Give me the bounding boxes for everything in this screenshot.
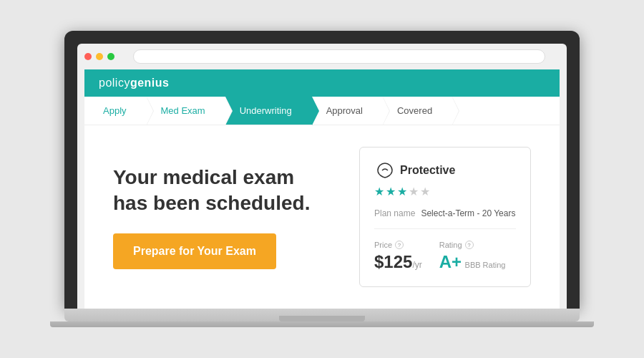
- rating-info-icon[interactable]: ?: [465, 241, 474, 249]
- price-column: Price ? $125/yr: [374, 241, 422, 272]
- plan-stars: ★ ★ ★ ★ ★: [374, 185, 516, 198]
- star-1: ★: [374, 185, 384, 198]
- screen-bezel: policygenius Apply Med Exam Underwriting: [64, 31, 580, 309]
- rating-column: Rating ? A+ BBB Rating: [439, 241, 506, 272]
- laptop-base: [64, 309, 580, 321]
- plan-company-name: Protective: [400, 164, 455, 177]
- protective-logo-icon: [374, 162, 396, 179]
- price-info-icon[interactable]: ?: [395, 241, 404, 249]
- close-button-icon[interactable]: [84, 53, 92, 60]
- main-content: Your medical exam has been scheduled. Pr…: [84, 125, 560, 309]
- prepare-exam-button[interactable]: Prepare for Your Exam: [113, 233, 276, 269]
- browser-chrome: policygenius Apply Med Exam Underwriting: [77, 44, 567, 309]
- plan-card: Protective ★ ★ ★ ★ ★: [359, 147, 531, 287]
- star-5: ★: [420, 185, 430, 198]
- price-amount: $125: [374, 252, 412, 271]
- browser-content: policygenius Apply Med Exam Underwriting: [84, 69, 560, 309]
- laptop-container: policygenius Apply Med Exam Underwriting: [64, 31, 580, 327]
- left-section: Your medical exam has been scheduled. Pr…: [113, 147, 331, 287]
- browser-titlebar: [84, 49, 560, 69]
- step-med-exam[interactable]: Med Exam: [147, 97, 225, 125]
- price-label: Price ?: [374, 241, 422, 249]
- plan-name-row: Plan name Select-a-Term - 20 Years: [374, 208, 516, 229]
- star-3: ★: [397, 185, 407, 198]
- laptop-foot: [50, 321, 594, 327]
- address-bar[interactable]: [133, 49, 545, 64]
- site-header: policygenius: [84, 69, 560, 97]
- step-underwriting[interactable]: Underwriting: [225, 97, 312, 125]
- price-unit: /yr: [412, 260, 421, 270]
- rating-sub: BBB Rating: [465, 261, 506, 269]
- step-apply[interactable]: Apply: [92, 97, 147, 125]
- maximize-button-icon[interactable]: [107, 53, 114, 60]
- rating-label: Rating ?: [439, 241, 506, 249]
- plan-details: Price ? $125/yr Rating: [374, 241, 516, 272]
- star-2: ★: [386, 185, 396, 198]
- main-headline: Your medical exam has been scheduled.: [113, 165, 331, 217]
- price-value-container: $125/yr: [374, 252, 422, 272]
- plan-name-value: Select-a-Term - 20 Years: [421, 208, 515, 218]
- minimize-button-icon[interactable]: [96, 53, 103, 60]
- rating-value-container: A+ BBB Rating: [439, 252, 506, 272]
- brand-logo: policygenius: [99, 77, 169, 89]
- plan-logo: Protective: [374, 162, 516, 179]
- rating-grade: A+: [439, 252, 462, 271]
- progress-steps: Apply Med Exam Underwriting Approval Cov…: [84, 97, 560, 125]
- step-covered[interactable]: Covered: [383, 97, 452, 125]
- right-section: Protective ★ ★ ★ ★ ★: [359, 147, 531, 287]
- brand-prefix: policy: [99, 77, 130, 89]
- star-4: ★: [409, 185, 419, 198]
- brand-suffix: genius: [130, 77, 170, 89]
- plan-name-label: Plan name: [374, 208, 415, 218]
- step-approval[interactable]: Approval: [312, 97, 383, 125]
